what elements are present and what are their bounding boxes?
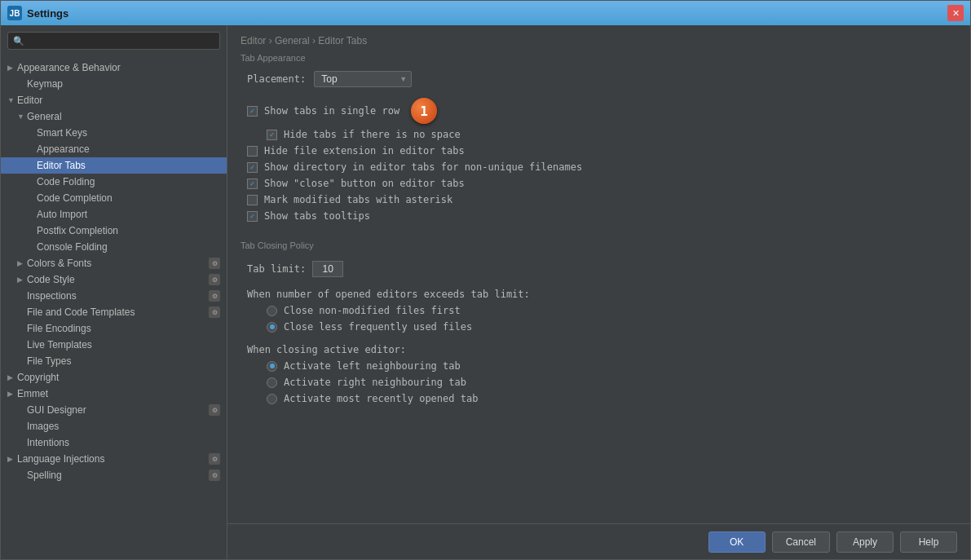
hide-extension-label: Hide file extension in editor tabs	[264, 145, 465, 157]
mark-modified-row: Mark modified tabs with asterisk	[241, 192, 957, 208]
activate-left-radio[interactable]	[267, 361, 277, 372]
close-button[interactable]: ✕	[947, 5, 964, 21]
mark-modified-label: Mark modified tabs with asterisk	[264, 194, 452, 205]
sidebar-item-label: Keymap	[27, 78, 220, 90]
settings-icon: ⚙	[209, 470, 220, 481]
sidebar-item-keymap[interactable]: Keymap	[1, 76, 227, 92]
show-directory-row: Show directory in editor tabs for non-un…	[241, 159, 957, 175]
arrow-icon: ▼	[7, 96, 17, 104]
sidebar-item-live-templates[interactable]: Live Templates	[1, 337, 227, 353]
show-tooltips-row: Show tabs tooltips	[241, 208, 957, 224]
activate-right-radio[interactable]	[267, 377, 277, 388]
mark-modified-checkbox[interactable]	[247, 195, 258, 205]
hide-tabs-checkbox[interactable]	[267, 130, 277, 140]
sidebar-item-code-folding[interactable]: Code Folding	[1, 174, 227, 190]
show-tooltips-label: Show tabs tooltips	[264, 210, 370, 222]
activate-left-row: Activate left neighbouring tab	[241, 358, 957, 374]
window-title: Settings	[27, 7, 68, 20]
sidebar-item-label: Copyright	[17, 372, 220, 383]
activate-recent-row: Activate most recently opened tab	[241, 390, 957, 407]
arrow-icon: ▶	[17, 276, 27, 284]
sidebar-item-file-code-templates[interactable]: File and Code Templates ⚙	[1, 304, 227, 320]
sidebar-item-colors-fonts[interactable]: ▶ Colors & Fonts ⚙	[1, 255, 227, 271]
sidebar-item-label: Postfix Completion	[37, 225, 220, 236]
show-close-row: Show "close" button on editor tabs	[241, 175, 957, 192]
close-less-frequent-label: Close less frequently used files	[284, 321, 472, 333]
sidebar-item-label: Code Folding	[37, 176, 220, 187]
sidebar-item-label: Spelling	[27, 470, 209, 481]
help-button[interactable]: Help	[900, 531, 957, 553]
ok-button[interactable]: OK	[708, 531, 766, 553]
main-content: Editor › General › Editor Tabs Tab Appea…	[227, 25, 970, 559]
show-close-checkbox[interactable]	[247, 179, 258, 189]
title-controls: ✕	[947, 5, 964, 21]
sidebar-item-auto-import[interactable]: Auto Import	[1, 206, 227, 223]
sidebar-item-language-injections[interactable]: ▶ Language Injections ⚙	[1, 451, 227, 467]
tab-limit-input[interactable]	[312, 261, 343, 277]
placement-row: Placement: Top Bottom Left Right None	[241, 71, 957, 87]
show-close-label: Show "close" button on editor tabs	[264, 178, 465, 189]
exceeded-label-row: When number of opened editors exceeds ta…	[241, 286, 957, 302]
sidebar-item-editor-tabs[interactable]: Editor Tabs	[1, 157, 227, 174]
close-less-frequent-radio[interactable]	[267, 322, 277, 333]
hide-tabs-row: Hide tabs if there is no space	[241, 126, 957, 143]
sidebar-item-gui-designer[interactable]: GUI Designer ⚙	[1, 402, 227, 418]
sidebar-item-label: Appearance & Behavior	[17, 62, 220, 73]
nav-tree: ▶ Appearance & Behavior Keymap ▼ Editor …	[1, 56, 227, 559]
sidebar: 🔍 ▶ Appearance & Behavior Keymap ▼ Edito…	[1, 25, 227, 559]
sidebar-item-label: Editor Tabs	[37, 160, 220, 171]
arrow-icon: ▶	[7, 455, 17, 463]
placement-select[interactable]: Top Bottom Left Right None	[314, 71, 412, 87]
sidebar-item-file-encodings[interactable]: File Encodings	[1, 320, 227, 337]
sidebar-item-editor[interactable]: ▼ Editor	[1, 92, 227, 108]
apply-button[interactable]: Apply	[836, 531, 894, 553]
sidebar-item-appearance-behavior[interactable]: ▶ Appearance & Behavior	[1, 60, 227, 76]
show-tooltips-checkbox[interactable]	[247, 211, 258, 222]
sidebar-item-general[interactable]: ▼ General	[1, 108, 227, 125]
sidebar-item-label: Appearance	[37, 143, 220, 155]
activate-recent-radio[interactable]	[267, 394, 277, 404]
settings-icon: ⚙	[209, 306, 220, 318]
sidebar-item-appearance[interactable]: Appearance	[1, 141, 227, 157]
sidebar-item-intentions[interactable]: Intentions	[1, 434, 227, 451]
arrow-icon: ▼	[17, 112, 27, 121]
close-non-modified-radio[interactable]	[267, 306, 277, 316]
sidebar-item-code-completion[interactable]: Code Completion	[1, 190, 227, 206]
sidebar-item-smart-keys[interactable]: Smart Keys	[1, 125, 227, 141]
sidebar-item-emmet[interactable]: ▶ Emmet	[1, 386, 227, 402]
sidebar-item-spelling[interactable]: Spelling ⚙	[1, 467, 227, 483]
sidebar-item-label: Auto Import	[37, 209, 220, 220]
sidebar-item-inspections[interactable]: Inspections ⚙	[1, 288, 227, 304]
settings-window: JB Settings ✕ 🔍 ▶ Appearance & Behavior …	[0, 0, 971, 560]
tab-closing-title: Tab Closing Policy	[241, 240, 957, 250]
arrow-icon: ▶	[7, 373, 17, 381]
sidebar-item-console-folding[interactable]: Console Folding	[1, 239, 227, 255]
hide-extension-checkbox[interactable]	[247, 146, 258, 157]
closing-active-label: When closing active editor:	[247, 344, 406, 355]
sidebar-item-label: Colors & Fonts	[27, 258, 209, 269]
show-directory-label: Show directory in editor tabs for non-un…	[264, 161, 582, 173]
sidebar-item-file-types[interactable]: File Types	[1, 353, 227, 369]
sidebar-item-label: File and Code Templates	[27, 306, 209, 318]
activate-left-label: Activate left neighbouring tab	[284, 360, 461, 372]
sidebar-item-images[interactable]: Images	[1, 418, 227, 434]
show-tabs-checkbox[interactable]	[247, 106, 258, 117]
sidebar-item-code-style[interactable]: ▶ Code Style ⚙	[1, 271, 227, 288]
show-tabs-label: Show tabs in single row	[264, 105, 399, 117]
tab-closing-group: Tab Closing Policy Tab limit: When numbe…	[241, 240, 957, 407]
close-less-frequent-row: Close less frequently used files	[241, 319, 957, 335]
show-directory-checkbox[interactable]	[247, 162, 258, 173]
sidebar-item-label: Smart Keys	[37, 127, 220, 139]
close-non-modified-row: Close non-modified files first	[241, 302, 957, 319]
cancel-button[interactable]: Cancel	[772, 531, 830, 553]
sidebar-item-copyright[interactable]: ▶ Copyright	[1, 369, 227, 386]
sidebar-item-label: Editor	[17, 95, 220, 106]
search-input[interactable]	[29, 35, 214, 46]
sidebar-item-label: Emmet	[17, 388, 220, 399]
show-tabs-row: Show tabs in single row 1	[241, 95, 957, 126]
sidebar-item-postfix-completion[interactable]: Postfix Completion	[1, 223, 227, 239]
sidebar-item-label: Language Injections	[17, 453, 209, 465]
activate-right-label: Activate right neighbouring tab	[284, 377, 466, 388]
search-box[interactable]: 🔍	[7, 32, 220, 50]
footer: OK Cancel Apply Help	[227, 523, 970, 559]
